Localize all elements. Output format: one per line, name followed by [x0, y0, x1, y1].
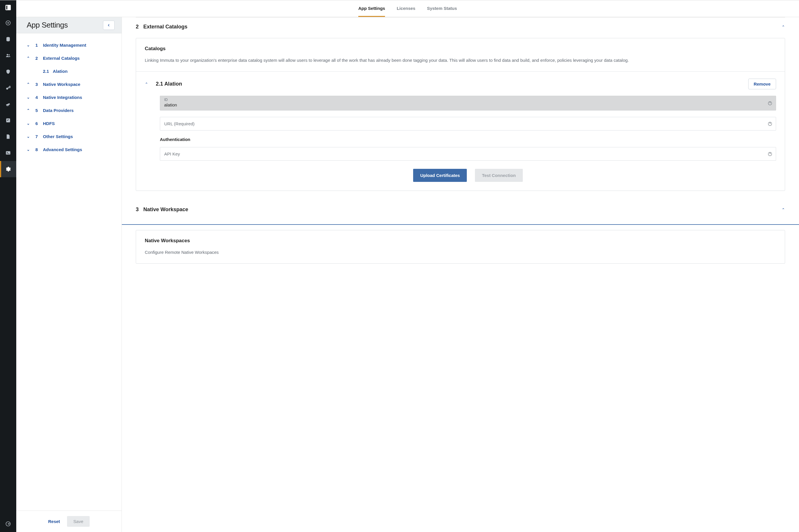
rail-logout-icon[interactable]: [0, 516, 16, 532]
sidebar-item-native-workspace[interactable]: ⌃ 3 Native Workspace: [16, 78, 121, 91]
section-name: External Catalogs: [143, 24, 187, 30]
test-connection-button: Test Connection: [475, 169, 522, 182]
native-workspace-desc: Configure Remote Native Workspaces: [145, 249, 776, 256]
sidebar-item-label: Alation: [53, 69, 68, 74]
catalogs-card-desc: Linking Immuta to your organization's en…: [145, 57, 776, 64]
alation-subsection: ⌃ 2.1 Alation Remove ID: [136, 71, 785, 191]
sidebar-title: App Settings: [27, 21, 68, 30]
sidebar-item-num: 4: [35, 95, 43, 100]
rail-key-icon[interactable]: [0, 80, 16, 96]
sidebar-item-label: Data Providers: [43, 108, 74, 113]
chevron-up-icon[interactable]: ⌃: [145, 82, 148, 87]
settings-body: 2 External Catalogs ⌃ Catalogs Linking I…: [122, 17, 799, 532]
api-key-input[interactable]: [160, 147, 776, 160]
section-external-catalogs[interactable]: 2 External Catalogs ⌃: [122, 17, 799, 33]
section-num: 2: [136, 24, 139, 30]
sidebar-collapse-button[interactable]: [103, 21, 115, 30]
help-icon[interactable]: [768, 101, 772, 106]
sidebar-item-num: 7: [35, 134, 43, 139]
top-tabs: App Settings Licenses System Status: [16, 0, 799, 17]
sidebar-item-label: Native Workspace: [43, 82, 80, 87]
sidebar-item-num: 8: [35, 147, 43, 152]
chevron-up-icon: ⌃: [27, 56, 35, 60]
rail-add-icon[interactable]: [0, 15, 16, 31]
upload-certificates-button[interactable]: Upload Certificates: [413, 169, 467, 182]
alation-num: 2.1: [156, 81, 163, 87]
native-workspace-title: Native Workspaces: [145, 238, 776, 244]
left-nav-rail: [0, 0, 16, 532]
chevron-down-icon: ⌄: [27, 134, 35, 139]
sidebar-item-other-settings[interactable]: ⌄ 7 Other Settings: [16, 130, 121, 143]
sidebar-subitem-alation[interactable]: 2.1 Alation: [16, 65, 121, 78]
svg-rect-8: [6, 151, 11, 155]
chevron-up-icon: ⌃: [27, 82, 35, 87]
rail-terminal-icon[interactable]: [0, 145, 16, 161]
authentication-heading: Authentication: [160, 137, 776, 142]
sidebar-item-identity-management[interactable]: ⌄ 1 Identity Management: [16, 39, 121, 52]
section-native-workspace[interactable]: 3 Native Workspace ⌃: [122, 196, 799, 215]
sidebar-item-label: External Catalogs: [43, 56, 80, 61]
sidebar-item-hdfs[interactable]: ⌄ 6 HDFS: [16, 117, 121, 130]
rail-users-icon[interactable]: [0, 47, 16, 63]
rail-database-icon[interactable]: [0, 31, 16, 47]
sidebar-item-num: 6: [35, 121, 43, 126]
section-num: 3: [136, 207, 139, 213]
svg-rect-7: [6, 118, 10, 122]
tab-app-settings[interactable]: App Settings: [358, 0, 385, 17]
id-field-label: ID: [164, 98, 168, 102]
alation-name: Alation: [164, 81, 182, 87]
catalogs-card-title: Catalogs: [145, 46, 776, 52]
rail-telescope-icon[interactable]: [0, 96, 16, 112]
svg-point-4: [7, 54, 8, 55]
svg-point-6: [6, 88, 8, 90]
sidebar-item-advanced-settings[interactable]: ⌄ 8 Advanced Settings: [16, 143, 121, 156]
sidebar-item-external-catalogs[interactable]: ⌃ 2 External Catalogs: [16, 52, 121, 65]
sidebar-item-num: 1: [35, 43, 43, 48]
svg-rect-1: [6, 6, 7, 10]
url-input[interactable]: [160, 117, 776, 130]
chevron-down-icon: ⌄: [27, 147, 35, 152]
sidebar-item-native-integrations[interactable]: ⌄ 4 Native Integrations: [16, 91, 121, 104]
chevron-up-icon: ⌃: [782, 25, 785, 29]
svg-point-5: [8, 54, 9, 55]
chevron-down-icon: ⌄: [27, 121, 35, 126]
rail-settings-icon[interactable]: [0, 161, 16, 177]
api-key-field: [160, 147, 776, 161]
settings-sidebar: App Settings ⌄ 1 Identity Management ⌃ 2…: [16, 17, 122, 532]
catalogs-card: Catalogs Linking Immuta to your organiza…: [136, 38, 785, 191]
sidebar-item-label: Other Settings: [43, 134, 73, 139]
save-button: Save: [67, 516, 90, 527]
sidebar-item-num: 2.1: [43, 69, 53, 74]
chevron-down-icon: ⌄: [27, 95, 35, 99]
rail-file-icon[interactable]: [0, 129, 16, 145]
rail-checklist-icon[interactable]: [0, 112, 16, 129]
rail-shield-icon[interactable]: [0, 63, 16, 80]
chevron-up-icon: ⌃: [782, 207, 785, 212]
chevron-down-icon: ⌄: [27, 43, 35, 47]
help-icon[interactable]: [768, 152, 772, 156]
id-input: [160, 96, 776, 110]
chevron-up-icon: ⌃: [27, 108, 35, 113]
sidebar-item-data-providers[interactable]: ⌃ 5 Data Providers: [16, 104, 121, 117]
sidebar-item-label: Identity Management: [43, 43, 86, 48]
url-field: [160, 117, 776, 131]
sidebar-item-num: 3: [35, 82, 43, 87]
sidebar-item-label: Native Integrations: [43, 95, 82, 100]
tab-system-status[interactable]: System Status: [427, 0, 457, 17]
reset-button[interactable]: Reset: [48, 519, 60, 524]
sidebar-item-num: 2: [35, 56, 43, 61]
tab-licenses[interactable]: Licenses: [397, 0, 415, 17]
remove-button[interactable]: Remove: [748, 79, 776, 89]
sidebar-item-label: HDFS: [43, 121, 55, 126]
section-name: Native Workspace: [143, 207, 188, 213]
sidebar-item-label: Advanced Settings: [43, 147, 82, 152]
sidebar-item-num: 5: [35, 108, 43, 113]
native-workspace-card: Native Workspaces Configure Remote Nativ…: [136, 230, 785, 264]
help-icon[interactable]: [768, 121, 772, 126]
brand-logo: [0, 0, 16, 15]
id-field: ID: [160, 96, 776, 111]
